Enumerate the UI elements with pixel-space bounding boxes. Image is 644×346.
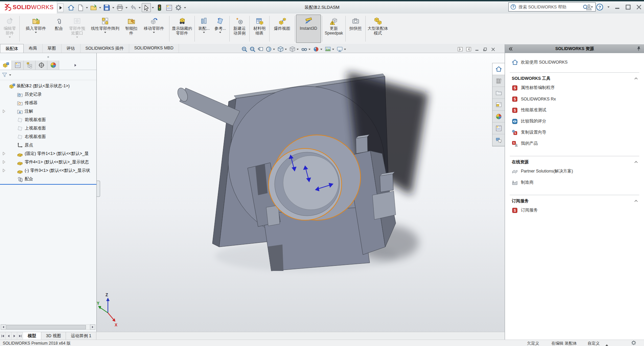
- undo-dropdown[interactable]: [139, 7, 141, 8]
- apply-scene-button[interactable]: [324, 46, 335, 53]
- close-icon[interactable]: [635, 3, 643, 11]
- taskpane-tab-appearances[interactable]: [492, 111, 505, 122]
- tab-model[interactable]: 模型: [23, 332, 41, 340]
- viewport-minimize-icon[interactable]: [474, 47, 480, 52]
- tree-root-assembly[interactable]: 装配体2 (默认<显示状态-1>): [0, 82, 96, 90]
- new-file-button[interactable]: [76, 3, 85, 12]
- tabs-overflow-arrow[interactable]: [73, 63, 77, 69]
- scroll-left-button[interactable]: [1, 324, 6, 330]
- tab-layout[interactable]: 布局: [24, 44, 43, 53]
- select-button[interactable]: [142, 3, 151, 12]
- tree-item-origin[interactable]: 原点: [0, 141, 96, 149]
- taskpane-item-solidworks-rx[interactable]: SOLIDWORKS Rx: [505, 93, 644, 105]
- tab-dimxpert-manager[interactable]: [36, 61, 47, 70]
- tree-item-part1[interactable]: (固定) 零件1<1> (默认<<默认>_显: [0, 149, 96, 158]
- edit-appearance-button[interactable]: [313, 46, 323, 53]
- split-right-icon[interactable]: [466, 46, 472, 52]
- status-custom[interactable]: 自定义: [588, 341, 600, 346]
- ribbon-button-update-speedpak[interactable]: 更新 Speedpak: [323, 15, 344, 43]
- ribbon-button-instant3d[interactable]: Instant3D: [296, 15, 321, 43]
- ribbon-button-move-component[interactable]: 移动零部件: [140, 15, 168, 43]
- tree-item-history[interactable]: 历史记录: [0, 90, 96, 99]
- filter-dropdown[interactable]: [9, 74, 11, 76]
- ribbon-button-component-preview[interactable]: 零部件预览窗口: [67, 15, 88, 43]
- section-header-tools[interactable]: SOLIDWORKS 工具: [505, 73, 644, 82]
- ribbon-button-new-motion-study[interactable]: 新建运动算例: [231, 15, 248, 43]
- scroll-right-button[interactable]: [90, 324, 95, 330]
- help-dropdown[interactable]: [607, 6, 610, 8]
- ribbon-button-insert-component[interactable]: 插入零部件: [21, 15, 51, 43]
- tree-item-sensors[interactable]: 传感器: [0, 99, 96, 107]
- status-custom-caret[interactable]: [605, 342, 608, 346]
- expand-arrow-icon[interactable]: [2, 168, 6, 174]
- panel-resize-handle[interactable]: [0, 53, 96, 61]
- ribbon-button-reference-geometry[interactable]: 参考...: [212, 15, 228, 43]
- tab-display-manager[interactable]: [47, 61, 59, 70]
- section-view-button[interactable]: [265, 46, 276, 53]
- taskpane-item-manufacturer[interactable]: 制造商: [505, 177, 644, 188]
- tab-scroll-last[interactable]: [17, 332, 23, 340]
- tree-item-part3[interactable]: (-) 零件3<1> (默认<<默认>_显示状: [0, 166, 96, 175]
- zoom-fit-button[interactable]: [241, 46, 248, 53]
- tree-horizontal-scrollbar[interactable]: [1, 324, 95, 329]
- login-person-icon[interactable]: [585, 3, 593, 11]
- view-orientation-button[interactable]: [277, 46, 288, 53]
- undo-button[interactable]: [129, 3, 138, 12]
- tab-solidworks-mbd[interactable]: SOLIDWORKS MBD: [129, 44, 179, 53]
- tab-3d-views[interactable]: 3D 视图: [41, 332, 66, 340]
- tab-property-manager[interactable]: [12, 61, 24, 70]
- split-left-icon[interactable]: [457, 46, 463, 52]
- ribbon-button-smart-fasteners[interactable]: 智能扣件: [123, 15, 140, 43]
- print-button[interactable]: [115, 3, 124, 12]
- taskpane-tab-view-palette[interactable]: [492, 99, 505, 111]
- rebuild-button[interactable]: [155, 3, 164, 12]
- search-input[interactable]: [518, 4, 581, 10]
- ribbon-button-mate[interactable]: 配合: [51, 15, 67, 43]
- tab-evaluate[interactable]: 评估: [62, 44, 80, 53]
- taskpane-item-performance-benchmark[interactable]: 性能基准测试: [505, 105, 644, 116]
- section-header-online-resources[interactable]: 在线资源: [505, 156, 644, 166]
- tree-item-part4[interactable]: 零件4<1> (默认<<默认>_显示状态: [0, 158, 96, 166]
- taskpane-item-partner-solutions[interactable]: Partner Solutions(解决方案): [505, 166, 644, 177]
- taskpane-item-my-products[interactable]: 我的产品: [505, 138, 644, 149]
- tab-scroll-right[interactable]: [12, 332, 17, 340]
- select-dropdown[interactable]: [152, 7, 154, 8]
- tree-item-top-plane[interactable]: 上视基准面: [0, 124, 96, 133]
- view-settings-button[interactable]: [336, 46, 347, 53]
- pin-icon[interactable]: [636, 46, 641, 51]
- viewport-close-icon[interactable]: [490, 47, 496, 52]
- ribbon-button-bill-of-materials[interactable]: 材料明细表: [251, 15, 268, 43]
- status-options-button[interactable]: [631, 340, 636, 346]
- ribbon-button-linear-pattern[interactable]: 线性零部件阵列: [88, 15, 123, 43]
- hide-show-items-button[interactable]: [301, 46, 312, 53]
- welcome-link[interactable]: 欢迎使用 SOLIDWORKS: [512, 59, 644, 66]
- ribbon-button-take-snapshot[interactable]: 拍快照: [347, 15, 364, 43]
- expand-arrow-icon[interactable]: [2, 109, 6, 114]
- tree-item-front-plane[interactable]: 前视基准面: [0, 116, 96, 124]
- taskpane-item-property-tab-builder[interactable]: 属性标签编制程序: [505, 82, 644, 93]
- graphics-viewport[interactable]: Z Y X: [97, 53, 505, 332]
- taskpane-tab-resources[interactable]: [492, 63, 505, 75]
- taskpane-item-subscription-service[interactable]: 订阅服务: [505, 205, 644, 216]
- taskpane-item-compare-my-score[interactable]: 比较我的评分: [505, 116, 644, 127]
- expand-arrow-icon[interactable]: [2, 152, 6, 157]
- home-button[interactable]: [66, 3, 75, 12]
- taskpane-tab-design-library[interactable]: [492, 75, 505, 87]
- tab-solidworks-addins[interactable]: SOLIDWORKS 插件: [80, 44, 129, 53]
- tree-item-right-plane[interactable]: 右视基准面: [0, 133, 96, 141]
- tab-feature-tree[interactable]: [0, 61, 12, 70]
- options-button[interactable]: [174, 3, 183, 12]
- previous-view-button[interactable]: [257, 46, 264, 53]
- tab-assembly[interactable]: 装配体: [0, 44, 24, 53]
- new-file-dropdown[interactable]: [86, 7, 88, 8]
- ribbon-button-show-hidden-components[interactable]: 显示隐藏的零部件: [170, 15, 193, 43]
- scrollbar-thumb[interactable]: [6, 325, 86, 329]
- tree-item-annotations[interactable]: 注解: [0, 107, 96, 116]
- filter-icon[interactable]: [2, 72, 7, 78]
- tab-sketch[interactable]: 草图: [43, 44, 62, 53]
- save-button[interactable]: [102, 3, 111, 12]
- display-style-button[interactable]: [289, 46, 300, 53]
- taskpane-tab-custom-properties[interactable]: [492, 122, 505, 134]
- help-icon[interactable]: [596, 3, 603, 11]
- file-properties-button[interactable]: [164, 3, 174, 12]
